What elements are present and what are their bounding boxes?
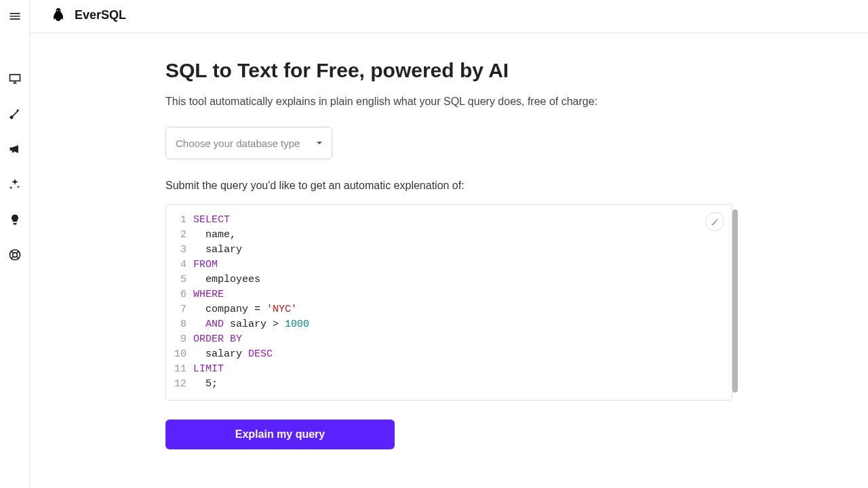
hamburger-icon[interactable] (8, 9, 22, 26)
code-line: 7 company = 'NYC' (166, 302, 732, 317)
code-content[interactable]: employees (193, 272, 260, 287)
code-line: 12 5; (166, 377, 732, 392)
lifebuoy-icon[interactable] (8, 248, 22, 264)
header: EverSQL (30, 0, 868, 33)
code-content[interactable]: SELECT (193, 213, 230, 228)
explain-query-button[interactable]: Explain my query (165, 420, 395, 449)
code-content[interactable]: AND salary > 1000 (193, 317, 309, 332)
code-line: 6WHERE (166, 287, 732, 302)
sparkles-icon[interactable] (8, 178, 22, 194)
line-number: 3 (166, 243, 193, 258)
code-content[interactable]: salary DESC (193, 347, 273, 362)
bulb-icon[interactable] (8, 213, 22, 229)
brand-label: EverSQL (75, 8, 126, 22)
code-line: 8 AND salary > 1000 (166, 317, 732, 332)
line-number: 12 (166, 377, 193, 392)
code-line: 10 salary DESC (166, 347, 732, 362)
monitor-icon[interactable] (8, 72, 22, 88)
code-content[interactable]: FROM (193, 258, 218, 272)
code-line: 3 salary (166, 243, 732, 258)
code-line: 11LIMIT (166, 362, 732, 377)
wand-icon[interactable] (8, 107, 22, 123)
database-type-select[interactable]: Choose your database type (165, 127, 332, 159)
line-number: 11 (166, 362, 193, 377)
svg-point-2 (12, 253, 17, 258)
line-number: 6 (166, 287, 193, 302)
editor-scrollbar[interactable] (732, 209, 738, 392)
magic-wand-icon[interactable] (705, 212, 724, 231)
code-line: 4FROM (166, 258, 732, 272)
code-line: 1SELECT (166, 213, 732, 228)
page-title: SQL to Text for Free, powered by AI (165, 59, 732, 82)
line-number: 9 (166, 332, 193, 347)
penguin-logo-icon (50, 7, 66, 23)
code-content[interactable]: WHERE (193, 287, 224, 302)
megaphone-icon[interactable] (8, 142, 22, 159)
line-number: 7 (166, 302, 193, 317)
line-number: 10 (166, 347, 193, 362)
code-content[interactable]: name, (193, 228, 236, 243)
code-line: 2 name, (166, 228, 732, 243)
sidebar (0, 0, 30, 488)
code-content[interactable]: company = 'NYC' (193, 302, 297, 317)
line-number: 4 (166, 258, 193, 272)
submit-label: Submit the query you'd like to get an au… (165, 180, 732, 192)
code-line: 9ORDER BY (166, 332, 732, 347)
line-number: 8 (166, 317, 193, 332)
line-number: 5 (166, 272, 193, 287)
code-content[interactable]: salary (193, 243, 242, 258)
code-content[interactable]: LIMIT (193, 362, 224, 377)
sql-editor[interactable]: 1SELECT2 name,3 salary4FROM5 employees6W… (165, 204, 732, 401)
code-content[interactable]: ORDER BY (193, 332, 242, 347)
code-content[interactable]: 5; (193, 377, 218, 392)
code-line: 5 employees (166, 272, 732, 287)
line-number: 2 (166, 228, 193, 243)
page-subtitle: This tool automatically explains in plai… (165, 96, 732, 108)
line-number: 1 (166, 213, 193, 228)
